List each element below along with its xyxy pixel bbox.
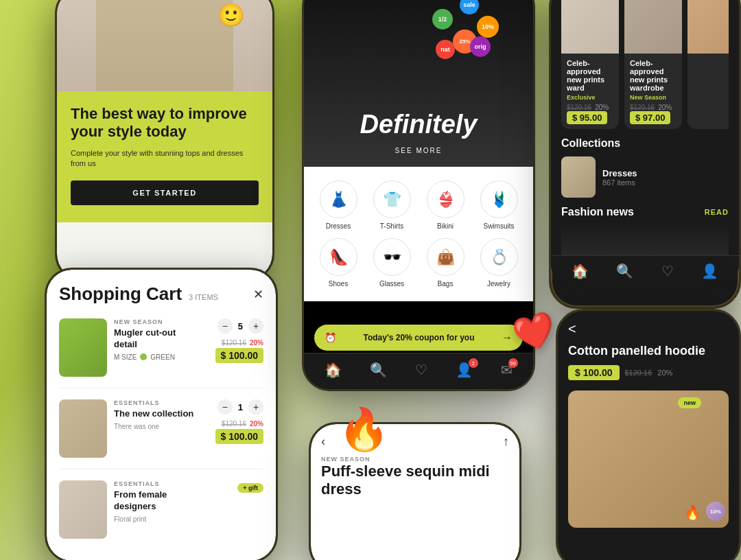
cart-item-count: 3 ITEMS xyxy=(189,293,218,301)
product-name: The new collection xyxy=(114,408,195,420)
product-image-1 xyxy=(59,318,107,377)
nav-profile[interactable]: 👤 2 xyxy=(456,362,473,378)
dresses-label: Dresses xyxy=(326,222,351,230)
category-jewelry[interactable]: 💍 Jewelry xyxy=(475,238,523,288)
cart-item: NEW SEASON Mugler cut-out detail M SIZE … xyxy=(59,318,263,388)
product-card-image-2 xyxy=(624,0,682,54)
cart-header: Shopping Cart 3 ITEMS ✕ xyxy=(59,283,263,305)
product-brand: NEW SEASON xyxy=(114,318,195,325)
discount-2: 20% xyxy=(658,104,672,111)
product-info-2: ESSENTIALS The new collection There was … xyxy=(114,399,195,434)
hero-title: The best way to improve your style today xyxy=(71,105,259,141)
coupon-banner[interactable]: ⏰ Today's 20% coupon for you → xyxy=(314,325,523,351)
nav-wishlist[interactable]: ♡ xyxy=(415,362,427,378)
collections-section: Collections Dresses 867 items xyxy=(561,137,729,198)
original-price: $120.16 xyxy=(222,339,246,347)
current-price: $ 100.00 xyxy=(215,429,264,444)
product-card-1[interactable]: Celeb-approved new prints ward Exclusive… xyxy=(561,0,619,129)
jewelry-icon: 💍 xyxy=(480,238,518,276)
hoodie-original-price: $120.16 xyxy=(625,369,652,377)
tshirts-label: T-Shirts xyxy=(380,222,403,230)
get-started-button[interactable]: GET STARTED xyxy=(71,180,259,205)
current-price: $ 100.00 xyxy=(215,348,264,363)
smiley-icon: 🙂 xyxy=(217,2,245,28)
dresses-icon: 👗 xyxy=(320,180,357,218)
right-bottom-navigation: 🏠 🔍 ♡ 👤 xyxy=(551,255,739,289)
phone-categories: 25% 1/2 sale 10% orig nat Definitely SEE… xyxy=(302,0,535,391)
nav-home-right[interactable]: 🏠 xyxy=(572,263,589,279)
decrease-qty-button[interactable]: − xyxy=(217,318,233,334)
product-name: Mugler cut-out detail xyxy=(114,327,195,351)
increase-qty-button[interactable]: + xyxy=(248,318,263,334)
current-price-1: $ 95.00 xyxy=(567,111,607,124)
collection-count: 867 items xyxy=(602,178,637,187)
coupon-text: Today's 20% coupon for you xyxy=(364,333,475,342)
original-price-1: $120.16 xyxy=(567,104,591,111)
nav-search[interactable]: 🔍 xyxy=(370,362,387,378)
cart-item: ESSENTIALS From female designers Floral … xyxy=(59,480,263,550)
product-card-info-1: Celeb-approved new prints ward Exclusive… xyxy=(561,54,619,129)
quantity-control: − 5 + xyxy=(202,318,263,334)
tshirts-icon: 👕 xyxy=(373,180,411,218)
new-season-badge: NEW SEASON xyxy=(321,456,509,463)
shoes-label: Shoes xyxy=(329,280,348,288)
product-card-2[interactable]: Celeb-approved new prints wardrobe New S… xyxy=(624,0,682,129)
product-price-area-3: + gift xyxy=(202,480,263,493)
hoodie-product-image: new 🔥 10% xyxy=(568,390,729,528)
quantity-value: 5 xyxy=(238,321,243,331)
nav-search-right[interactable]: 🔍 xyxy=(616,263,633,279)
quantity-control: − 1 + xyxy=(202,399,263,415)
hero-subtitle: Complete your style with stunning tops a… xyxy=(71,148,259,170)
nav-home[interactable]: 🏠 xyxy=(325,362,342,378)
sticker-natural: nat xyxy=(436,40,455,59)
product-info-1: NEW SEASON Mugler cut-out detail M SIZE … xyxy=(114,318,195,361)
product-card-name-2: Celeb-approved new prints wardrobe xyxy=(630,59,677,92)
category-tshirts[interactable]: 👕 T-Shirts xyxy=(368,180,416,230)
read-all-link[interactable]: READ xyxy=(705,208,729,216)
right-panel: Celeb-approved new prints ward Exclusive… xyxy=(549,0,741,309)
back-button-hoodie[interactable]: < xyxy=(568,321,576,337)
gift-badge: + gift xyxy=(237,483,263,493)
shoes-icon: 👠 xyxy=(320,238,357,276)
hoodie-discount: 20% xyxy=(657,369,672,377)
decrease-qty-button[interactable]: − xyxy=(217,399,233,415)
bags-icon: 👜 xyxy=(427,238,464,276)
news-section-header: Fashion news READ xyxy=(561,206,729,218)
discount-badge: 20% xyxy=(250,339,263,347)
category-swimsuits[interactable]: 🩱 Swimsuits xyxy=(475,180,523,230)
category-bikini[interactable]: 👙 Bikini xyxy=(421,180,469,230)
product-brand: ESSENTIALS xyxy=(114,399,195,406)
nav-profile-right[interactable]: 👤 xyxy=(701,263,718,279)
sticker-10: 10% xyxy=(477,16,499,38)
category-bags[interactable]: 👜 Bags xyxy=(421,238,469,288)
close-button[interactable]: ✕ xyxy=(253,287,263,302)
collection-item[interactable]: Dresses 867 items xyxy=(561,156,729,198)
price-tag-2: $120.16 20% xyxy=(630,104,677,111)
hoodie-new-badge: new xyxy=(678,397,701,408)
phone-hoodie: < Cotton panelled hoodie $ 100.00 $120.1… xyxy=(556,309,741,560)
share-button[interactable]: ↑ xyxy=(503,434,509,449)
collections-title: Collections xyxy=(561,137,729,150)
fashion-news-title: Fashion news xyxy=(561,206,634,218)
phone-cart: Shopping Cart 3 ITEMS ✕ NEW SEASON Mugle… xyxy=(45,268,278,560)
product-price-area-2: − 1 + $120.16 20% $ 100.00 xyxy=(202,399,263,443)
product-card-tag-1: Exclusive xyxy=(567,94,613,101)
category-glasses[interactable]: 🕶️ Glasses xyxy=(368,238,416,288)
nav-messages[interactable]: ✉ 99 xyxy=(501,362,513,378)
see-more-link[interactable]: SEE MORE xyxy=(304,147,533,154)
category-shoes[interactable]: 👠 Shoes xyxy=(314,238,362,288)
product-brand: ESSENTIALS xyxy=(114,480,195,487)
sticker-original: orig xyxy=(470,36,491,57)
increase-qty-button[interactable]: + xyxy=(248,399,263,415)
back-button[interactable]: ‹ xyxy=(321,434,325,449)
category-dresses[interactable]: 👗 Dresses xyxy=(314,180,362,230)
current-price-2: $ 97.00 xyxy=(630,111,670,124)
swimsuits-icon: 🩱 xyxy=(480,180,518,218)
center-hero: 25% 1/2 sale 10% orig nat Definitely SEE… xyxy=(304,0,533,167)
hoodie-title: Cotton panelled hoodie xyxy=(568,344,729,358)
fire-sticker: 🔥 xyxy=(338,405,390,454)
hero-content: The best way to improve your style today… xyxy=(57,91,272,222)
messages-notification-badge: 99 xyxy=(508,358,518,368)
nav-wishlist-right[interactable]: ♡ xyxy=(661,263,674,279)
product-card-info-2: Celeb-approved new prints wardrobe New S… xyxy=(624,54,682,129)
